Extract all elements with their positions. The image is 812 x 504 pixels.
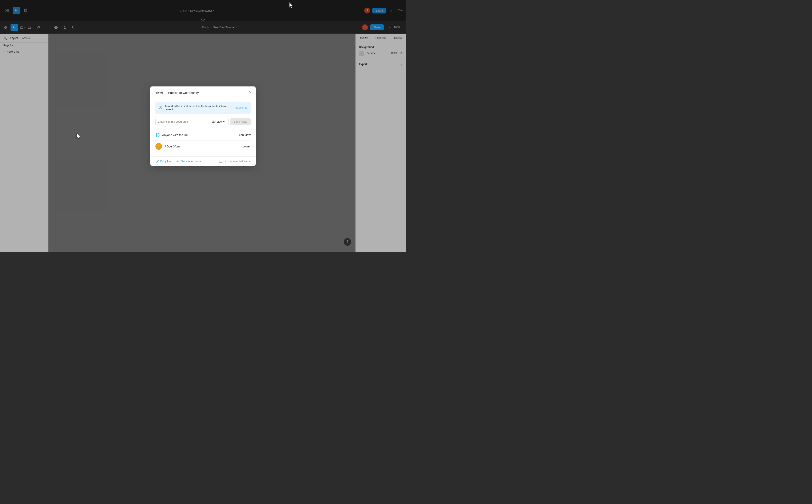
modal-footer: 🔗 Copy link </> Get embed code Link to s… xyxy=(150,157,256,166)
modal-backdrop[interactable]: Invite Publish to Community ✕ ⓘ To add e… xyxy=(0,0,406,252)
copy-link-label: Copy link xyxy=(160,160,171,163)
info-banner: ⓘ To add editors, first move this file f… xyxy=(155,102,251,114)
user-role: owner xyxy=(243,145,251,148)
user-avatar-modal: J xyxy=(155,143,162,150)
copy-link-icon: 🔗 xyxy=(155,160,159,163)
link-access-label: Anyone with the link xyxy=(162,133,188,137)
share-modal: Invite Publish to Community ✕ ⓘ To add e… xyxy=(150,86,256,166)
modal-body: ⓘ To add editors, first move this file f… xyxy=(150,97,256,157)
link-to-frame-checkbox[interactable] xyxy=(219,160,222,163)
modal-close-button[interactable]: ✕ xyxy=(248,90,252,94)
embed-code-button[interactable]: </> Get embed code xyxy=(175,160,201,163)
invite-row: can view ▾ Send invite xyxy=(155,118,251,125)
move-file-link[interactable]: Move file xyxy=(236,106,247,109)
link-to-frame-label: Link to selected frame xyxy=(224,160,251,163)
embed-code-label: Get embed code xyxy=(181,160,201,163)
email-input-wrap: can view ▾ xyxy=(155,118,229,125)
modal-tab-publish[interactable]: Publish to Community xyxy=(168,91,199,97)
modal-tab-invite[interactable]: Invite xyxy=(155,91,163,97)
permission-label: can view xyxy=(212,120,223,123)
link-access-chevron: ▾ xyxy=(189,134,190,136)
copy-link-button[interactable]: 🔗 Copy link xyxy=(155,160,171,163)
embed-code-icon: </> xyxy=(175,160,179,163)
globe-icon: 🌐 xyxy=(155,133,160,137)
info-banner-text: To add editors, first move this file fro… xyxy=(165,105,234,111)
permission-chevron: ▾ xyxy=(223,120,225,123)
modal-header: Invite Publish to Community ✕ xyxy=(150,86,256,97)
link-permission: can view xyxy=(239,133,251,137)
send-invite-button[interactable]: Send invite xyxy=(231,118,251,125)
link-to-frame-area: Link to selected frame xyxy=(219,160,251,163)
link-sharing-row: 🌐 Anyone with the link ▾ can view xyxy=(155,130,251,140)
user-row: J J Doe (You) owner xyxy=(155,140,251,152)
info-icon: ⓘ xyxy=(159,105,162,110)
email-input[interactable] xyxy=(158,120,209,123)
link-access-dropdown[interactable]: Anyone with the link ▾ xyxy=(162,133,190,137)
permission-dropdown[interactable]: can view ▾ xyxy=(210,120,227,123)
user-name: J Doe (You) xyxy=(164,145,179,148)
